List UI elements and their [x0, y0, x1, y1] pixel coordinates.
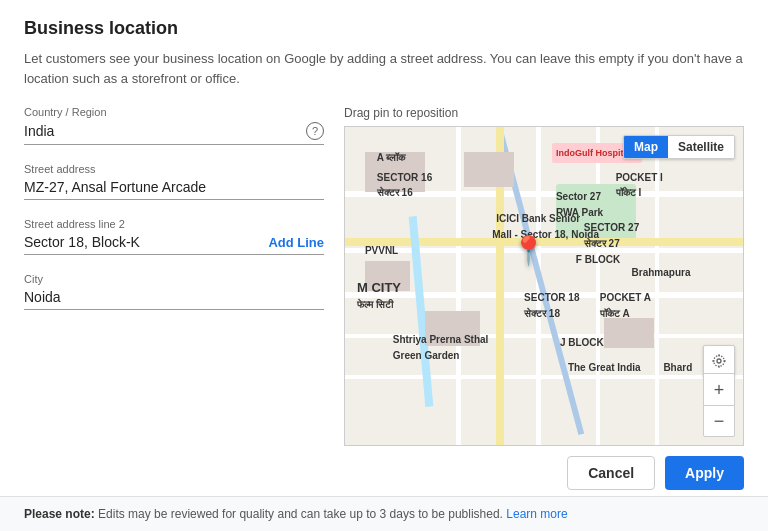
street-address-field-group: Street address: [24, 163, 324, 200]
footer-bold: Please note:: [24, 507, 95, 521]
action-bar: Cancel Apply: [344, 446, 744, 498]
page-title: Business location: [24, 18, 744, 39]
street-address-field-row: [24, 179, 324, 200]
map-visual: IndoGulf Hospital A ब्लॉक SECTOR 16 सेक्…: [345, 127, 743, 445]
city-input[interactable]: [24, 289, 324, 305]
zoom-out-button[interactable]: −: [703, 405, 735, 437]
zoom-controls: + −: [703, 373, 735, 437]
street-address-2-field-row: Add Line: [24, 234, 324, 255]
street-address-label: Street address: [24, 163, 324, 175]
street-address-input[interactable]: [24, 179, 324, 195]
city-field-row: [24, 289, 324, 310]
map-type-toggle: Map Satellite: [623, 135, 735, 159]
country-label: Country / Region: [24, 106, 324, 118]
city-field-group: City: [24, 273, 324, 310]
street-address-2-field-group: Street address line 2 Add Line: [24, 218, 324, 255]
map-panel: Drag pin to reposition: [344, 106, 744, 498]
city-label: City: [24, 273, 324, 285]
address-form: Country / Region ? Street address Street…: [24, 106, 324, 498]
country-help-icon[interactable]: ?: [306, 122, 324, 140]
apply-button[interactable]: Apply: [665, 456, 744, 490]
footer-note-text: Edits may be reviewed for quality and ca…: [95, 507, 503, 521]
add-line-button[interactable]: Add Line: [268, 235, 324, 250]
map-type-satellite-button[interactable]: Satellite: [668, 136, 734, 158]
map-type-map-button[interactable]: Map: [624, 136, 668, 158]
country-field-group: Country / Region ?: [24, 106, 324, 145]
learn-more-link[interactable]: Learn more: [506, 507, 567, 521]
street-address-2-input[interactable]: [24, 234, 260, 250]
map-container[interactable]: IndoGulf Hospital A ब्लॉक SECTOR 16 सेक्…: [344, 126, 744, 446]
zoom-in-button[interactable]: +: [703, 373, 735, 405]
svg-point-1: [714, 356, 725, 367]
footer-note: Please note: Edits may be reviewed for q…: [0, 496, 768, 531]
page-description: Let customers see your business location…: [24, 49, 744, 88]
cancel-button[interactable]: Cancel: [567, 456, 655, 490]
country-input[interactable]: [24, 123, 306, 139]
street-address-2-label: Street address line 2: [24, 218, 324, 230]
drag-label: Drag pin to reposition: [344, 106, 744, 120]
country-field-row: ?: [24, 122, 324, 145]
